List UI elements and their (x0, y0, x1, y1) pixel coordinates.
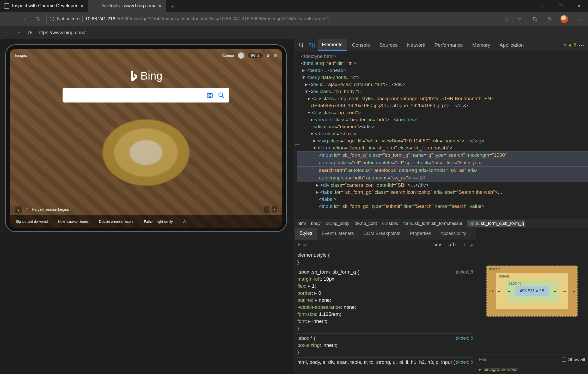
images-link[interactable]: Images (15, 53, 27, 58)
tab-accessibility[interactable]: Accessibility (436, 228, 471, 239)
favorite-icon[interactable]: ☆ (504, 16, 509, 22)
close-icon[interactable]: ✕ (158, 3, 162, 9)
styles-filter-input[interactable] (298, 242, 427, 247)
minimize-button[interactable]: — (533, 0, 552, 12)
back-button[interactable]: ← (3, 29, 11, 35)
bing-header: Images Connor 895 🏅 ⚙ ☰ (10, 52, 282, 59)
styles-tabstrip: Styles Event Listeners DOM Breakpoints P… (295, 228, 476, 239)
next-icon[interactable]: › (272, 206, 277, 213)
menu-icon[interactable]: ⋯ (572, 14, 585, 24)
tab-memory[interactable]: Memory (468, 40, 494, 51)
rewards-points[interactable]: 895 🏅 (248, 53, 263, 58)
separator (82, 16, 83, 22)
page-screenshot[interactable]: Images Connor 895 🏅 ⚙ ☰ Bing (10, 49, 282, 228)
tab-styles[interactable]: Styles (295, 228, 317, 239)
location-icon: 📍 (25, 207, 29, 212)
expand-icon[interactable]: ⌄ (15, 206, 22, 213)
computed-filter-label[interactable]: Filter (479, 357, 489, 362)
more-tabs-icon[interactable]: » (564, 42, 567, 48)
back-button[interactable]: ← (3, 14, 16, 24)
hamburger-icon[interactable]: ☰ (274, 53, 277, 58)
computed-property[interactable]: ▸background-color (476, 365, 588, 374)
hov-toggle[interactable]: :hov (428, 242, 443, 248)
favorites-icon[interactable]: ☆≡ (514, 14, 527, 24)
device-toggle-icon[interactable] (307, 40, 317, 50)
warnings-badge[interactable]: ▲ 6 (568, 42, 576, 48)
caption-text[interactable]: Harvest season begins (32, 207, 69, 212)
url-text: 10.68.241.216:50080/msedge/7164/devtools… (85, 16, 502, 22)
devtools-panel: Elements Console Sources Network Perform… (295, 39, 588, 374)
inspect-icon[interactable] (297, 40, 306, 50)
collections-icon[interactable]: ⧉ (529, 14, 542, 24)
crumb-item: div.hp_body (326, 221, 349, 226)
news-item[interactable]: Signed and delivered (16, 220, 48, 224)
browser-tab-2[interactable]: DevTools - www.bing.com/ ✕ (88, 0, 166, 12)
devtools-remote-bar: ← → ⟳ https://www.bing.com/ (0, 26, 588, 39)
news-item[interactable]: Am… (183, 220, 192, 224)
tab-title: DevTools - www.bing.com/ (100, 3, 155, 9)
show-all-checkbox[interactable]: Show all (562, 357, 585, 362)
computed-pane: margin – – 10 – border – – – – padding (476, 228, 588, 374)
bing-search-input[interactable] (63, 88, 229, 102)
dom-breadcrumb[interactable]: html body div.hp_body div.hp_cont div.sb… (295, 219, 588, 228)
window-titlebar: Inspect with Chrome Developer ✕ DevTools… (0, 0, 588, 12)
user-name[interactable]: Connor (222, 53, 234, 58)
tab-performance[interactable]: Performance (430, 40, 467, 51)
crumb-item: html (297, 221, 306, 226)
search-icon[interactable] (218, 92, 225, 99)
tab-application[interactable]: Application (495, 40, 528, 51)
cls-toggle[interactable]: .cls (445, 242, 460, 248)
browser-tab-1[interactable]: Inspect with Chrome Developer ✕ (0, 0, 88, 12)
computed-filter-row: Filter Show all (476, 354, 588, 365)
prev-icon[interactable]: ‹ (264, 206, 270, 213)
news-item[interactable]: Father might testify (144, 220, 173, 224)
dom-tree[interactable]: ••• <!doctype html> <html lang="en" dir=… (295, 51, 588, 219)
bing-logo: Bing (130, 70, 162, 82)
source-link[interactable]: (index):6 (456, 335, 473, 342)
security-indicator[interactable]: ⓘ Not secure (50, 16, 80, 22)
address-bar[interactable]: ⓘ Not secure 10.68.241.216:50080/msedge/… (46, 14, 512, 24)
settings-icon[interactable]: ⚙ (267, 53, 270, 58)
tab-sources[interactable]: Sources (375, 40, 402, 51)
reload-button[interactable]: ↻ (32, 14, 45, 24)
forward-button[interactable]: → (17, 14, 30, 24)
news-item[interactable]: New 'caravan' forms (58, 220, 89, 224)
remote-url[interactable]: https://www.bing.com/ (38, 30, 86, 35)
box-model[interactable]: margin – – 10 – border – – – – padding (476, 228, 588, 354)
tab-console[interactable]: Console (348, 40, 374, 51)
camera-icon[interactable] (206, 92, 213, 99)
new-rule-button[interactable]: ＋ (461, 241, 467, 249)
info-icon: ⓘ (50, 16, 54, 22)
kebab-icon[interactable]: ⋯ (577, 42, 586, 49)
forward-button[interactable]: → (15, 29, 22, 35)
css-rules[interactable]: element.style { } (index):6 .sbox .sb_fo… (295, 250, 476, 374)
news-item[interactable]: Debate winners, losers (99, 220, 133, 224)
styles-pane: Styles Event Listeners DOM Breakpoints P… (295, 228, 476, 374)
svg-point-2 (219, 93, 223, 96)
maximize-button[interactable]: ❐ (552, 0, 570, 12)
crumb-item: body (311, 221, 321, 226)
device-preview: Images Connor 895 🏅 ⚙ ☰ Bing (0, 39, 295, 374)
tab-event-listeners[interactable]: Event Listeners (317, 228, 359, 239)
tab-elements[interactable]: Elements (318, 39, 347, 51)
annotate-icon[interactable]: ✎ (543, 14, 556, 24)
expand-icon[interactable]: ◢ (470, 243, 473, 247)
crumb-item: form#sb_form.sb_form.hassbi (403, 221, 462, 226)
tab-network[interactable]: Network (403, 40, 430, 51)
tab-properties[interactable]: Properties (405, 228, 436, 239)
browser-toolbar: ← → ↻ ⓘ Not secure 10.68.241.216:50080/m… (0, 12, 588, 26)
bing-logo-icon (130, 70, 137, 82)
page-icon (4, 3, 9, 9)
user-avatar-icon[interactable] (238, 52, 244, 59)
profile-avatar[interactable] (558, 14, 571, 24)
source-link[interactable]: (index):6 (456, 268, 473, 275)
tab-dom-breakpoints[interactable]: DOM Breakpoints (359, 228, 405, 239)
content-size: 498.531 × 18 (515, 286, 549, 296)
source-link[interactable]: (index):6 (456, 359, 473, 366)
reload-button[interactable]: ⟳ (26, 29, 34, 36)
new-tab-button[interactable]: ＋ (166, 0, 179, 12)
close-icon[interactable]: ✕ (80, 3, 84, 9)
close-window-button[interactable]: ✕ (570, 0, 588, 12)
news-ticker: Signed and delivered New 'caravan' forms… (10, 215, 282, 228)
security-label: Not secure (57, 16, 80, 22)
